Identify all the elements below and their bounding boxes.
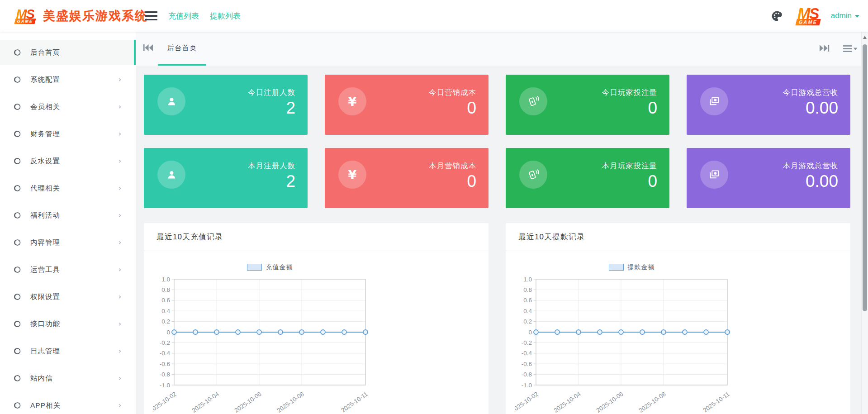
tab-bar: 后台首页 (136, 32, 861, 66)
top-header: MS GAME 美盛娱乐游戏系统 充值列表 提款列表 MS GAME (0, 0, 868, 32)
panel-title: 最近10天提款记录 (518, 232, 585, 242)
legend-swatch-icon (609, 264, 624, 271)
data-point[interactable] (214, 330, 219, 334)
data-point[interactable] (619, 330, 623, 334)
data-point[interactable] (576, 330, 581, 334)
svg-text:0.4: 0.4 (161, 308, 170, 314)
svg-text:0: 0 (166, 329, 170, 336)
sidebar-item-label: 会员相关 (30, 102, 60, 112)
brand[interactable]: MS GAME 美盛娱乐游戏系统 (13, 0, 148, 32)
data-point[interactable] (725, 330, 730, 334)
circle-icon (13, 76, 21, 84)
stat-card-value: 0.00 (806, 172, 838, 191)
data-point[interactable] (342, 330, 346, 334)
svg-text:-0.8: -0.8 (160, 371, 170, 378)
scrollbar-up-icon[interactable] (863, 36, 867, 39)
data-point[interactable] (683, 330, 687, 334)
user-menu[interactable]: admin (831, 11, 859, 20)
data-point[interactable] (640, 330, 645, 334)
sidebar-item-2[interactable]: 会员相关› (0, 94, 136, 119)
data-point[interactable] (598, 330, 602, 334)
svg-text:-0.6: -0.6 (522, 361, 532, 367)
sidebar-item-10[interactable]: 接口功能› (0, 311, 136, 337)
circle-icon (13, 157, 21, 166)
circle-icon (13, 103, 21, 111)
data-point[interactable] (704, 330, 708, 334)
scrollbar-thumb[interactable] (863, 44, 867, 311)
sidebar-item-label: 运营工具 (30, 265, 60, 275)
data-point[interactable] (172, 330, 176, 334)
stat-cards: 今日注册人数2¥今日营销成本0今日玩家投注量0今日游戏总营收0.00本月注册人数… (144, 75, 854, 208)
nav-link-recharge-list[interactable]: 充值列表 (168, 11, 199, 21)
data-point[interactable] (661, 330, 666, 334)
legend-swatch-icon (247, 264, 262, 271)
chevron-right-icon: › (119, 103, 121, 111)
legend-label: 提款金额 (628, 263, 655, 271)
stat-card-value: 2 (286, 99, 295, 118)
sidebar-item-5[interactable]: 代理相关› (0, 176, 136, 201)
svg-text:2025-10-08: 2025-10-08 (638, 390, 667, 414)
sidebar-item-3[interactable]: 财务管理› (0, 121, 136, 147)
chevron-right-icon: › (119, 374, 121, 382)
data-point[interactable] (193, 330, 198, 334)
stat-card-label: 今日游戏总营收 (783, 88, 839, 98)
circle-icon (13, 266, 21, 274)
user-avatar[interactable]: MS GAME (793, 6, 822, 25)
data-point[interactable] (299, 330, 304, 334)
vertical-scrollbar[interactable] (861, 32, 868, 414)
sidebar-item-7[interactable]: 内容管理› (0, 230, 136, 255)
chart-panels: 最近10天充值记录充值金额1.00.80.60.40.20-0.2-0.4-0.… (144, 223, 850, 414)
svg-text:-0.6: -0.6 (160, 361, 170, 367)
stat-card-label: 今日玩家投注量 (602, 88, 658, 98)
scroll-tabs-left-icon[interactable] (143, 44, 154, 53)
chevron-right-icon: › (119, 320, 121, 328)
sidebar-item-9[interactable]: 权限设置› (0, 284, 136, 309)
data-point[interactable] (257, 330, 261, 334)
collapse-menu-icon[interactable] (145, 11, 157, 20)
tab-dashboard[interactable]: 后台首页 (158, 32, 206, 66)
data-point[interactable] (363, 330, 368, 334)
svg-text:-0.2: -0.2 (522, 339, 532, 346)
yen-icon: ¥ (338, 161, 366, 189)
chevron-right-icon: › (119, 184, 121, 192)
sidebar-item-13[interactable]: APP相关› (0, 393, 136, 414)
sidebar-item-0[interactable]: 后台首页 (0, 40, 136, 65)
circle-icon (13, 211, 21, 220)
sidebar-item-1[interactable]: 系统配置› (0, 67, 136, 92)
sidebar-item-label: 反水设置 (30, 157, 60, 166)
svg-text:-0.8: -0.8 (522, 371, 532, 378)
sidebar-item-label: 系统配置 (30, 75, 60, 85)
chart-legend[interactable]: 提款金额 (536, 263, 727, 271)
chart-legend[interactable]: 充值金额 (174, 263, 365, 271)
svg-text:0.6: 0.6 (523, 297, 532, 304)
sidebar-item-8[interactable]: 运营工具› (0, 257, 136, 282)
data-point[interactable] (555, 330, 560, 334)
palette-icon[interactable] (771, 10, 783, 22)
stat-card-label: 今日营销成本 (429, 88, 476, 98)
avatar-text-game: GAME (795, 19, 821, 25)
sidebar-item-12[interactable]: 站内信› (0, 366, 136, 391)
caret-down-icon (855, 15, 859, 18)
chart-area: 1.00.80.60.40.20-0.2-0.4-0.6-0.8-1.02025… (515, 273, 745, 414)
data-point[interactable] (236, 330, 240, 334)
sidebar-item-6[interactable]: 福利活动› (0, 203, 136, 228)
stat-card-6: 本月玩家投注量0 (506, 148, 669, 208)
svg-text:-0.4: -0.4 (160, 350, 171, 357)
data-point[interactable] (321, 330, 325, 334)
stat-card-5: ¥本月营销成本0 (325, 148, 489, 208)
circle-icon (13, 293, 21, 301)
data-point[interactable] (534, 330, 538, 334)
circle-icon (13, 347, 21, 356)
scroll-tabs-right-icon[interactable] (819, 44, 830, 54)
nav-link-withdraw-list[interactable]: 提款列表 (210, 11, 241, 21)
sidebar-item-label: APP相关 (30, 401, 61, 410)
data-point[interactable] (278, 330, 283, 334)
svg-text:0.6: 0.6 (161, 297, 170, 304)
sidebar-item-4[interactable]: 反水设置› (0, 148, 136, 174)
sidebar-item-11[interactable]: 日志管理› (0, 338, 136, 364)
stat-card-label: 今日注册人数 (248, 88, 295, 98)
panel-header: 最近10天提款记录 (506, 223, 850, 251)
tab-list-dropdown-icon[interactable] (843, 45, 858, 54)
svg-text:-1.0: -1.0 (160, 382, 170, 389)
avatar-text-ms: MS (797, 6, 818, 20)
